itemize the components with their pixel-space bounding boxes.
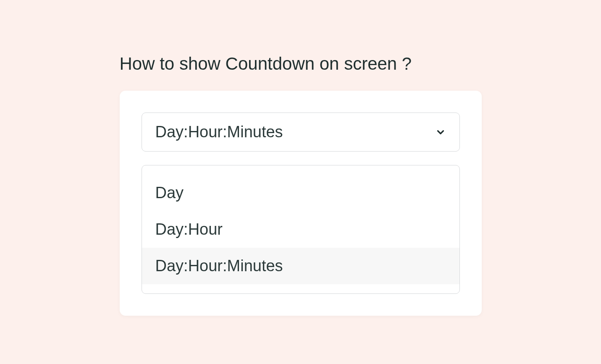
dropdown-option-day[interactable]: Day xyxy=(142,175,459,211)
dropdown-option-day-hour[interactable]: Day:Hour xyxy=(142,211,459,248)
dropdown-panel: Day Day:Hour Day:Hour:Minutes xyxy=(142,165,460,294)
select-value: Day:Hour:Minutes xyxy=(155,123,283,141)
countdown-format-select[interactable]: Day:Hour:Minutes xyxy=(142,113,460,152)
card: Day:Hour:Minutes Day Day:Hour Day:Hour:M… xyxy=(120,91,482,316)
page-heading: How to show Countdown on screen ? xyxy=(120,54,482,74)
form-container: How to show Countdown on screen ? Day:Ho… xyxy=(120,54,482,316)
dropdown-option-day-hour-minutes[interactable]: Day:Hour:Minutes xyxy=(142,248,459,284)
chevron-down-icon xyxy=(435,127,446,138)
